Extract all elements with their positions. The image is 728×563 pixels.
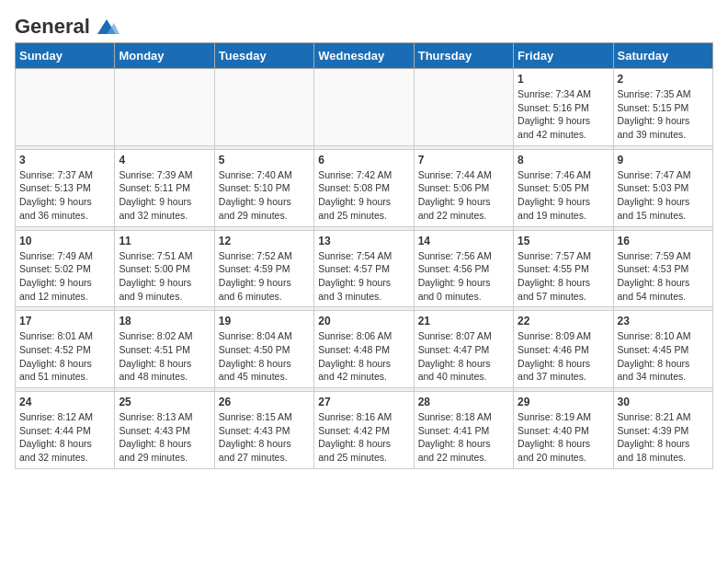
day-number-16: 16	[618, 235, 709, 247]
day-info-3: Sunrise: 7:37 AM Sunset: 5:13 PM Dayligh…	[19, 168, 110, 223]
calendar-cell-empty	[214, 69, 313, 146]
logo-icon	[94, 17, 119, 36]
day-number-25: 25	[119, 396, 210, 408]
day-info-25: Sunrise: 8:13 AM Sunset: 4:43 PM Dayligh…	[119, 410, 210, 465]
day-number-23: 23	[618, 315, 709, 327]
calendar-cell-13: 13Sunrise: 7:54 AM Sunset: 4:57 PM Dayli…	[314, 230, 414, 307]
day-info-13: Sunrise: 7:54 AM Sunset: 4:57 PM Dayligh…	[318, 249, 409, 304]
day-info-24: Sunrise: 8:12 AM Sunset: 4:44 PM Dayligh…	[19, 410, 110, 465]
day-info-29: Sunrise: 8:19 AM Sunset: 4:40 PM Dayligh…	[518, 410, 609, 465]
calendar-cell-empty	[16, 69, 115, 146]
calendar-cell-12: 12Sunrise: 7:52 AM Sunset: 4:59 PM Dayli…	[214, 230, 313, 307]
day-info-10: Sunrise: 7:49 AM Sunset: 5:02 PM Dayligh…	[19, 249, 110, 304]
day-info-28: Sunrise: 8:18 AM Sunset: 4:41 PM Dayligh…	[418, 410, 509, 465]
day-info-8: Sunrise: 7:46 AM Sunset: 5:05 PM Dayligh…	[518, 168, 609, 223]
day-info-18: Sunrise: 8:02 AM Sunset: 4:51 PM Dayligh…	[119, 329, 210, 384]
calendar-cell-4: 4Sunrise: 7:39 AM Sunset: 5:11 PM Daylig…	[115, 149, 214, 226]
weekday-header-wednesday: Wednesday	[314, 43, 414, 69]
weekday-header-sunday: Sunday	[16, 43, 115, 69]
day-info-2: Sunrise: 7:35 AM Sunset: 5:15 PM Dayligh…	[618, 87, 709, 142]
day-number-19: 19	[219, 315, 310, 327]
day-number-4: 4	[119, 154, 210, 167]
calendar-cell-17: 17Sunrise: 8:01 AM Sunset: 4:52 PM Dayli…	[16, 311, 115, 388]
day-number-30: 30	[618, 396, 709, 408]
day-number-1: 1	[518, 73, 609, 86]
day-info-20: Sunrise: 8:06 AM Sunset: 4:48 PM Dayligh…	[318, 329, 409, 384]
day-info-22: Sunrise: 8:09 AM Sunset: 4:46 PM Dayligh…	[518, 329, 609, 384]
calendar-week-row-5: 24Sunrise: 8:12 AM Sunset: 4:44 PM Dayli…	[16, 392, 713, 469]
day-info-23: Sunrise: 8:10 AM Sunset: 4:45 PM Dayligh…	[618, 329, 709, 384]
calendar-cell-18: 18Sunrise: 8:02 AM Sunset: 4:51 PM Dayli…	[115, 311, 214, 388]
day-number-20: 20	[318, 315, 409, 327]
calendar-cell-11: 11Sunrise: 7:51 AM Sunset: 5:00 PM Dayli…	[115, 230, 214, 307]
day-number-8: 8	[518, 154, 609, 167]
day-info-1: Sunrise: 7:34 AM Sunset: 5:16 PM Dayligh…	[518, 87, 609, 142]
day-number-12: 12	[219, 235, 310, 247]
day-number-2: 2	[618, 73, 709, 86]
calendar-cell-21: 21Sunrise: 8:07 AM Sunset: 4:47 PM Dayli…	[414, 311, 513, 388]
calendar-table: SundayMondayTuesdayWednesdayThursdayFrid…	[15, 42, 713, 469]
day-number-3: 3	[19, 154, 110, 167]
day-number-21: 21	[418, 315, 509, 327]
calendar-week-row-4: 17Sunrise: 8:01 AM Sunset: 4:52 PM Dayli…	[16, 311, 713, 388]
day-number-22: 22	[518, 315, 609, 327]
calendar-cell-14: 14Sunrise: 7:56 AM Sunset: 4:56 PM Dayli…	[414, 230, 513, 307]
weekday-header-tuesday: Tuesday	[214, 43, 313, 69]
day-number-13: 13	[318, 235, 409, 247]
day-number-28: 28	[418, 396, 509, 408]
day-info-7: Sunrise: 7:44 AM Sunset: 5:06 PM Dayligh…	[418, 168, 509, 223]
day-info-21: Sunrise: 8:07 AM Sunset: 4:47 PM Dayligh…	[418, 329, 509, 384]
calendar-cell-9: 9Sunrise: 7:47 AM Sunset: 5:03 PM Daylig…	[613, 149, 712, 226]
day-number-15: 15	[518, 235, 609, 247]
calendar-cell-20: 20Sunrise: 8:06 AM Sunset: 4:48 PM Dayli…	[314, 311, 414, 388]
calendar-cell-19: 19Sunrise: 8:04 AM Sunset: 4:50 PM Dayli…	[214, 311, 313, 388]
day-info-30: Sunrise: 8:21 AM Sunset: 4:39 PM Dayligh…	[618, 410, 709, 465]
calendar-cell-26: 26Sunrise: 8:15 AM Sunset: 4:43 PM Dayli…	[214, 392, 313, 469]
logo: General	[15, 15, 119, 35]
weekday-header-monday: Monday	[115, 43, 214, 69]
calendar-cell-23: 23Sunrise: 8:10 AM Sunset: 4:45 PM Dayli…	[613, 311, 712, 388]
logo-text-general: General	[15, 15, 90, 39]
day-number-27: 27	[318, 396, 409, 408]
day-info-4: Sunrise: 7:39 AM Sunset: 5:11 PM Dayligh…	[119, 168, 210, 223]
day-number-18: 18	[119, 315, 210, 327]
calendar-cell-15: 15Sunrise: 7:57 AM Sunset: 4:55 PM Dayli…	[514, 230, 613, 307]
day-info-16: Sunrise: 7:59 AM Sunset: 4:53 PM Dayligh…	[618, 249, 709, 304]
weekday-header-thursday: Thursday	[414, 43, 513, 69]
calendar-cell-3: 3Sunrise: 7:37 AM Sunset: 5:13 PM Daylig…	[16, 149, 115, 226]
calendar-cell-8: 8Sunrise: 7:46 AM Sunset: 5:05 PM Daylig…	[514, 149, 613, 226]
day-number-29: 29	[518, 396, 609, 408]
day-number-10: 10	[19, 235, 110, 247]
day-number-5: 5	[219, 154, 310, 167]
calendar-week-row-1: 1Sunrise: 7:34 AM Sunset: 5:16 PM Daylig…	[16, 69, 713, 146]
calendar-week-row-3: 10Sunrise: 7:49 AM Sunset: 5:02 PM Dayli…	[16, 230, 713, 307]
page-header: General	[15, 15, 713, 35]
day-info-19: Sunrise: 8:04 AM Sunset: 4:50 PM Dayligh…	[219, 329, 310, 384]
calendar-cell-5: 5Sunrise: 7:40 AM Sunset: 5:10 PM Daylig…	[214, 149, 313, 226]
day-info-26: Sunrise: 8:15 AM Sunset: 4:43 PM Dayligh…	[219, 410, 310, 465]
calendar-cell-22: 22Sunrise: 8:09 AM Sunset: 4:46 PM Dayli…	[514, 311, 613, 388]
day-info-12: Sunrise: 7:52 AM Sunset: 4:59 PM Dayligh…	[219, 249, 310, 304]
day-info-9: Sunrise: 7:47 AM Sunset: 5:03 PM Dayligh…	[618, 168, 709, 223]
weekday-header-row: SundayMondayTuesdayWednesdayThursdayFrid…	[16, 43, 713, 69]
day-number-26: 26	[219, 396, 310, 408]
calendar-cell-2: 2Sunrise: 7:35 AM Sunset: 5:15 PM Daylig…	[613, 69, 712, 146]
day-number-6: 6	[318, 154, 409, 167]
day-info-14: Sunrise: 7:56 AM Sunset: 4:56 PM Dayligh…	[418, 249, 509, 304]
calendar-cell-1: 1Sunrise: 7:34 AM Sunset: 5:16 PM Daylig…	[514, 69, 613, 146]
weekday-header-friday: Friday	[514, 43, 613, 69]
calendar-cell-16: 16Sunrise: 7:59 AM Sunset: 4:53 PM Dayli…	[613, 230, 712, 307]
calendar-cell-25: 25Sunrise: 8:13 AM Sunset: 4:43 PM Dayli…	[115, 392, 214, 469]
day-info-11: Sunrise: 7:51 AM Sunset: 5:00 PM Dayligh…	[119, 249, 210, 304]
calendar-cell-empty	[414, 69, 513, 146]
day-number-24: 24	[19, 396, 110, 408]
calendar-cell-6: 6Sunrise: 7:42 AM Sunset: 5:08 PM Daylig…	[314, 149, 414, 226]
day-number-11: 11	[119, 235, 210, 247]
day-number-9: 9	[618, 154, 709, 167]
day-info-15: Sunrise: 7:57 AM Sunset: 4:55 PM Dayligh…	[518, 249, 609, 304]
calendar-cell-29: 29Sunrise: 8:19 AM Sunset: 4:40 PM Dayli…	[514, 392, 613, 469]
day-info-5: Sunrise: 7:40 AM Sunset: 5:10 PM Dayligh…	[219, 168, 310, 223]
day-number-14: 14	[418, 235, 509, 247]
calendar-cell-27: 27Sunrise: 8:16 AM Sunset: 4:42 PM Dayli…	[314, 392, 414, 469]
calendar-cell-10: 10Sunrise: 7:49 AM Sunset: 5:02 PM Dayli…	[16, 230, 115, 307]
